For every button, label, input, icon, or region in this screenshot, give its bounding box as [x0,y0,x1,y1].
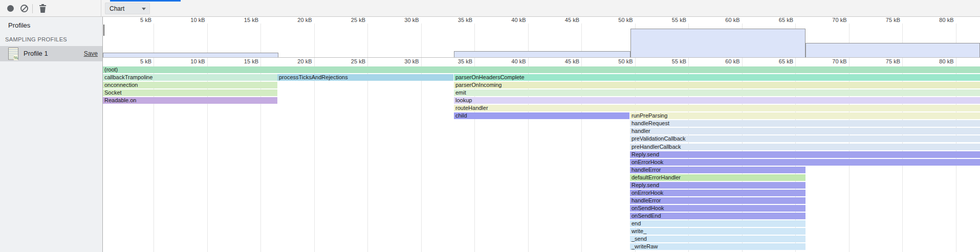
trash-icon[interactable] [39,4,47,15]
pane-divider [103,57,980,58]
ruler-tick-label: 20 kB [281,58,312,65]
ruler-tick-label: 25 kB [335,58,365,65]
flame-bar[interactable]: parserOnIncoming [454,82,980,88]
ruler-tick-label: 55 kB [656,17,686,24]
flame-bar[interactable]: Reply.send [630,182,805,189]
overview-graph-segment [103,53,278,57]
flame-bar[interactable]: child [454,112,629,119]
flame-bar[interactable]: Reply.send [630,151,980,158]
chevron-down-icon [142,8,146,10]
ruler-tick-label: 50 kB [602,17,633,24]
profile-icon: % [8,48,18,60]
ruler-tick-label: 5 kB [121,17,151,24]
save-link[interactable]: Save [84,50,98,57]
clear-icon[interactable] [20,5,28,12]
ruler-tick-label: 80 kB [923,17,954,24]
ruler-tick-label: 45 kB [549,58,579,65]
flame-bar[interactable]: preHandlerCallback [630,144,980,150]
ruler-tick-label: 5 kB [121,58,151,65]
overview-drag-handle[interactable] [103,25,104,36]
flame-bar[interactable]: lookup [454,97,980,104]
ruler-tick-label: 80 kB [923,58,954,65]
ruler-tick-label: 15 kB [228,17,258,24]
toolbar-panel-divider [101,0,101,17]
ruler-tick-label: 50 kB [602,58,633,65]
profiler-app: Chart Profiles SAMPLING PROFILES % Profi… [0,0,980,252]
sidebar: Profiles SAMPLING PROFILES % Profile 1 S… [0,17,102,252]
ruler-tick-label: 75 kB [869,58,900,65]
profile-name: Profile 1 [24,50,48,57]
sidebar-section-label: SAMPLING PROFILES [5,36,67,42]
ruler-tick-label: 20 kB [281,17,312,24]
sidebar-title: Profiles [8,21,30,29]
ruler-tick-label: 15 kB [228,58,258,65]
ruler-tick-label: 35 kB [442,58,472,65]
flame-bar[interactable]: end [630,220,805,227]
view-mode-select[interactable]: Chart [105,3,150,14]
overview-graph-segment [630,29,805,57]
view-mode-value: Chart [110,5,124,12]
flame-bar[interactable]: preValidationCallback [630,135,980,142]
ruler-tick-label: 60 kB [709,58,740,65]
flame-bar[interactable]: defaultErrorHandler [630,174,805,181]
ruler-tick-label: 70 kB [816,58,847,65]
overview-graph-segment [454,51,630,57]
flame-bar[interactable]: onSendEnd [630,213,805,219]
ruler-tick-label: 60 kB [709,17,740,24]
flame-bar[interactable]: handleError [630,197,805,204]
toolbar: Chart [0,0,980,17]
ruler-tick-label: 30 kB [388,58,419,65]
ruler-tick-label: 10 kB [175,17,205,24]
flame-bar[interactable]: _send [630,236,805,242]
flame-bar[interactable]: write_ [630,228,805,235]
flame-bar[interactable]: onSendHook [630,205,805,212]
flame-bar[interactable]: onErrorHook [630,159,980,166]
flame-bar[interactable]: processTicksAndRejections [277,74,453,81]
ruler-tick-label: 40 kB [495,17,526,24]
flame-bar[interactable]: callbackTrampoline [103,74,277,81]
ruler-tick-label: 40 kB [495,58,526,65]
ruler-tick-label: 45 kB [549,17,579,24]
overview-graph-segment [805,43,980,57]
active-tab-indicator [110,0,181,2]
overview-pane[interactable] [103,24,980,57]
record-icon[interactable] [7,5,14,12]
ruler-tick-label: 65 kB [763,17,793,24]
flame-bar[interactable]: runPreParsing [630,112,980,119]
toolbar-divider [32,4,33,13]
flame-bar[interactable]: handler [630,128,980,134]
flame-bar[interactable]: handleRequest [630,120,980,127]
ruler-tick-label: 10 kB [175,58,205,65]
flame-bar[interactable]: _writeRaw [630,243,805,250]
flame-chart-panel: 5 kB10 kB15 kB20 kB25 kB30 kB35 kB40 kB4… [102,17,980,252]
ruler-tick-label: 30 kB [388,17,419,24]
flame-bar[interactable]: routeHandler [454,105,980,111]
ruler-tick-label: 55 kB [656,58,686,65]
flame-bar[interactable]: onconnection [103,82,277,88]
ruler-tick-label: 70 kB [816,17,847,24]
flame-bar[interactable]: Readable.on [103,97,277,104]
sidebar-item-profile-1[interactable]: % Profile 1 Save [0,46,102,61]
flame-graph: (root)callbackTrampolineprocessTicksAndR… [103,66,980,252]
ruler-tick-label: 65 kB [763,58,793,65]
ruler-tick-label: 25 kB [335,17,365,24]
flame-bar[interactable]: parserOnHeadersComplete [454,74,980,81]
flame-bar[interactable]: Socket [103,89,277,96]
flame-bar[interactable]: onErrorHook [630,190,805,196]
ruler-tick-label: 35 kB [442,17,472,24]
flame-bar[interactable]: emit [454,89,980,96]
ruler-tick-label: 75 kB [869,17,900,24]
flame-bar[interactable]: (root) [103,66,980,73]
flame-bar[interactable]: handleError [630,167,805,173]
